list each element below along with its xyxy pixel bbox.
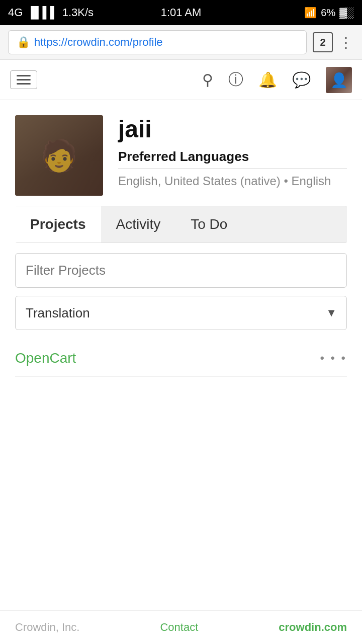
help-icon[interactable]: ⓘ	[228, 69, 243, 90]
nav-bar: ⚲ ⓘ 🔔 💬	[0, 60, 362, 100]
signal-bars: ▐▌▌▌	[27, 6, 58, 19]
content-section: Translation Proofreading OpenCart • • •	[0, 243, 362, 387]
languages-value: English, United States (native) • Englis…	[118, 174, 347, 188]
language-primary: English, United States	[118, 174, 237, 188]
footer-contact-link[interactable]: Contact	[160, 621, 198, 634]
footer: Crowdin, Inc. Contact crowdin.com	[0, 610, 362, 644]
url-domain: crowdin.com	[67, 36, 129, 48]
lock-icon: 🔒	[17, 36, 30, 49]
profile-section: jaii Preferred Languages English, United…	[0, 100, 362, 206]
status-time: 1:01 AM	[161, 6, 202, 19]
language-secondary: English	[292, 174, 331, 188]
avatar-nav[interactable]	[326, 67, 352, 93]
wifi-icon: 📶	[304, 7, 317, 19]
preferred-languages-label: Preferred Languages	[118, 149, 347, 165]
filter-projects-input[interactable]	[15, 253, 347, 288]
footer-company: Crowdin, Inc.	[15, 621, 79, 634]
battery-icon: ▓░	[339, 7, 354, 19]
speed-indicator: 1.3K/s	[62, 6, 94, 19]
profile-avatar	[15, 115, 103, 196]
status-bar: 4G ▐▌▌▌ 1.3K/s 1:01 AM 📶 6% ▓░	[0, 0, 362, 25]
tab-count[interactable]: 2	[313, 32, 333, 52]
project-item: OpenCart • • •	[15, 340, 347, 377]
tab-activity[interactable]: Activity	[101, 206, 176, 243]
language-native-label: (native)	[240, 174, 281, 188]
profile-username: jaii	[118, 115, 347, 143]
browser-bar: 🔒 https://crowdin.com/profile 2 ⋮	[0, 25, 362, 60]
nav-icons: ⚲ ⓘ 🔔 💬	[202, 67, 352, 93]
language-bullet: •	[284, 174, 288, 188]
footer-domain[interactable]: crowdin.com	[279, 621, 347, 634]
url-path: /profile	[130, 36, 163, 48]
status-left: 4G ▐▌▌▌ 1.3K/s	[8, 6, 94, 19]
project-name[interactable]: OpenCart	[15, 350, 76, 366]
translation-select-wrapper: Translation Proofreading	[15, 296, 347, 330]
url-box[interactable]: 🔒 https://crowdin.com/profile	[8, 30, 307, 54]
notification-icon[interactable]: 🔔	[258, 71, 277, 89]
browser-menu-icon[interactable]: ⋮	[339, 34, 354, 51]
project-options-icon[interactable]: • • •	[320, 351, 347, 365]
url-prefix: https://	[34, 36, 67, 48]
network-indicator: 4G	[8, 6, 23, 19]
tabs-section: Projects Activity To Do	[15, 206, 347, 243]
profile-info: jaii Preferred Languages English, United…	[118, 115, 347, 188]
status-right: 📶 6% ▓░	[304, 7, 354, 19]
translation-select[interactable]: Translation Proofreading	[15, 296, 347, 330]
languages-divider	[118, 169, 347, 169]
search-icon[interactable]: ⚲	[202, 71, 213, 89]
messages-icon[interactable]: 💬	[292, 71, 311, 89]
battery-percent: 6%	[321, 7, 335, 19]
hamburger-menu[interactable]	[10, 70, 37, 89]
tab-projects[interactable]: Projects	[15, 206, 101, 243]
url-text: https://crowdin.com/profile	[34, 36, 163, 49]
tab-todo[interactable]: To Do	[175, 206, 242, 243]
